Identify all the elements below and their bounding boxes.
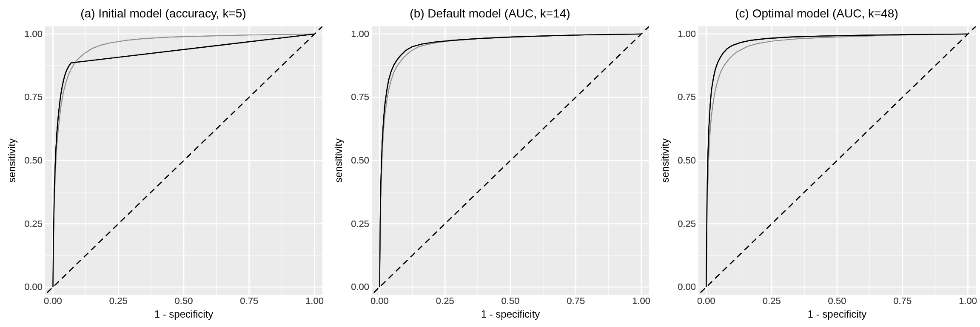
panel-a: (a) Initial model (accuracy, k=5) sensit… <box>0 0 327 327</box>
y-tick-label: 0.75 <box>346 92 369 103</box>
panel-a-plot-area <box>45 26 322 295</box>
y-tick-label: 0.75 <box>673 92 696 103</box>
panel-a-xlabel: 1 - specificity <box>45 307 322 323</box>
panel-b-ylabel: sensitivity <box>333 138 345 183</box>
panel-c-ylabel: sensitivity <box>659 138 671 183</box>
y-tick-label: 0.75 <box>20 92 43 103</box>
x-tick-label: 0.00 <box>697 295 715 307</box>
panel-b-xlabel: 1 - specificity <box>372 307 649 323</box>
panel-a-ylab-box: sensitivity <box>4 26 20 295</box>
x-tick-label: 0.75 <box>567 295 585 307</box>
x-tick-label: 0.25 <box>436 295 454 307</box>
x-tick-label: 1.00 <box>632 295 650 307</box>
panel-a-xticks: 0.000.250.500.751.000.000.250.500.751.00 <box>45 295 322 307</box>
panel-a-plot-row: sensitivity 0.000.250.500.751.000.000.25… <box>4 26 322 295</box>
panel-c-xlabel: 1 - specificity <box>698 307 976 323</box>
panel-c-xticks: 0.000.250.500.751.000.000.250.500.751.00 <box>698 295 976 307</box>
x-tick-label: 0.50 <box>828 295 846 307</box>
x-tick-label: 0.50 <box>175 295 193 307</box>
y-tick-label: 0.50 <box>673 155 696 166</box>
x-tick-label: 0.75 <box>893 295 912 307</box>
panel-c-plot-row: sensitivity 0.000.250.500.751.000.000.25… <box>658 26 976 295</box>
panel-a-yticks: 0.000.250.500.751.000.000.250.500.751.00 <box>20 26 45 295</box>
panel-c-yticks: 0.000.250.500.751.000.000.250.500.751.00 <box>673 26 698 295</box>
panel-c-plot-area <box>698 26 976 295</box>
panel-b-xlab-row-wrap: 1 - specificity <box>331 307 649 323</box>
y-tick-label: 0.25 <box>673 218 696 229</box>
y-tick-label: 0.50 <box>20 155 43 166</box>
y-tick-label: 1.00 <box>346 29 369 40</box>
panel-a-xtick-row-wrap: 0.000.250.500.751.000.000.250.500.751.00 <box>4 295 322 307</box>
panel-c-title: (c) Optimal model (AUC, k=48) <box>658 7 976 20</box>
x-tick-label: 0.00 <box>44 295 62 307</box>
panel-b-plot-row: sensitivity 0.000.250.500.751.000.000.25… <box>331 26 649 295</box>
panel-c-xlab-row-wrap: 1 - specificity <box>658 307 976 323</box>
y-tick-label: 0.00 <box>346 281 369 293</box>
panel-b-plot-area <box>372 26 649 295</box>
panel-b-yticks: 0.000.250.500.751.000.000.250.500.751.00 <box>346 26 372 295</box>
x-tick-label: 0.75 <box>240 295 258 307</box>
roc-figure: (a) Initial model (accuracy, k=5) sensit… <box>0 0 980 327</box>
panel-a-title: (a) Initial model (accuracy, k=5) <box>4 7 322 20</box>
y-tick-label: 0.25 <box>346 218 369 229</box>
panel-c: (c) Optimal model (AUC, k=48) sensitivit… <box>653 0 980 327</box>
panel-b-xtick-row-wrap: 0.000.250.500.751.000.000.250.500.751.00 <box>331 295 649 307</box>
y-tick-label: 1.00 <box>673 29 696 40</box>
y-tick-label: 1.00 <box>20 29 43 40</box>
x-tick-label: 0.00 <box>370 295 389 307</box>
y-tick-label: 0.00 <box>20 281 43 293</box>
y-tick-label: 0.50 <box>346 155 369 166</box>
panel-b-xticks: 0.000.250.500.751.000.000.250.500.751.00 <box>372 295 649 307</box>
panel-c-ylab-box: sensitivity <box>658 26 673 295</box>
x-tick-label: 1.00 <box>959 295 977 307</box>
panel-a-ylabel: sensitivity <box>6 138 18 183</box>
x-tick-label: 0.25 <box>763 295 781 307</box>
panel-c-xtick-row-wrap: 0.000.250.500.751.000.000.250.500.751.00 <box>658 295 976 307</box>
panel-b-ylab-box: sensitivity <box>331 26 346 295</box>
x-tick-label: 1.00 <box>305 295 324 307</box>
y-tick-label: 0.25 <box>20 218 43 229</box>
x-tick-label: 0.25 <box>109 295 128 307</box>
panel-b-title: (b) Default model (AUC, k=14) <box>331 7 649 20</box>
panel-b: (b) Default model (AUC, k=14) sensitivit… <box>327 0 653 327</box>
y-tick-label: 0.00 <box>673 281 696 293</box>
panel-a-xlab-row-wrap: 1 - specificity <box>4 307 322 323</box>
x-tick-label: 0.50 <box>501 295 520 307</box>
